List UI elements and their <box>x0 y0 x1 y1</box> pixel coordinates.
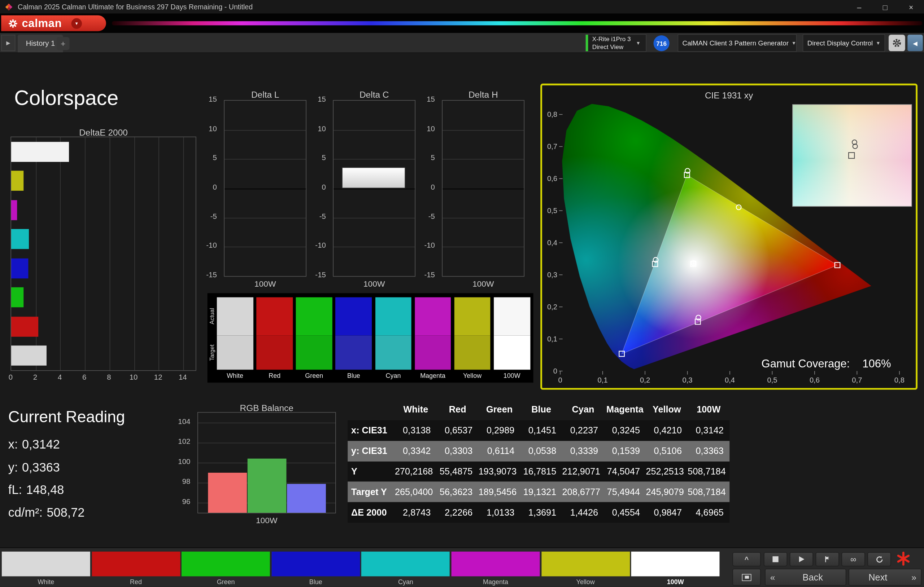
minimize-button[interactable]: – <box>846 0 872 14</box>
swatch-target <box>336 336 372 370</box>
patch-swatch <box>361 552 450 577</box>
patch-label: Blue <box>271 576 360 585</box>
bottom-bar: WhiteRedGreenBlueCyanMagentaYellow100W ^… <box>0 548 924 587</box>
patch-button-cyan[interactable]: Cyan <box>361 552 450 586</box>
deltae-xaxis: 02468101214 <box>10 373 196 383</box>
deltae-xtick-label: 12 <box>154 373 162 381</box>
rgb-yaxis: 1041021009896 <box>175 412 194 513</box>
deltae-bar-row <box>11 283 196 312</box>
caret-up-button[interactable]: ^ <box>733 552 761 566</box>
flag-icon <box>824 556 831 563</box>
table-row-label: y: CIE31 <box>348 446 395 456</box>
svg-text:0,8: 0,8 <box>547 110 557 118</box>
patch-button-red[interactable]: Red <box>92 552 180 586</box>
rainbow-stripe <box>112 21 922 25</box>
ytick-label: -5 <box>319 212 326 221</box>
close-button[interactable]: × <box>898 0 924 14</box>
table-cell: 212,9071 <box>562 466 604 477</box>
calman-flower-icon <box>8 18 18 28</box>
ytick-label: 98 <box>182 477 191 486</box>
delta-c-chart: Delta C 151050-5-10-15 100W <box>333 89 416 289</box>
collapse-toolbar-button[interactable]: ◀ <box>908 35 922 51</box>
ytick-label: -5 <box>429 212 435 221</box>
pattern-window-button[interactable] <box>733 569 761 585</box>
table-cell: 1,0133 <box>478 507 520 518</box>
patch-label: White <box>2 576 90 585</box>
patch-button-white[interactable]: White <box>2 552 90 586</box>
gridline <box>442 159 524 160</box>
table-column-header: White <box>395 404 437 415</box>
patch-button-yellow[interactable]: Yellow <box>541 552 630 586</box>
back-button[interactable]: « Back <box>765 569 846 585</box>
table-cell: 0,0538 <box>520 446 562 456</box>
next-button[interactable]: Next » <box>848 569 921 585</box>
meter-mode: Direct View <box>592 43 631 51</box>
table-cell: 245,9079 <box>646 487 688 497</box>
tab-bar: ▶ History 1 + X-Rite i1Pro 3 Direct View… <box>0 33 924 53</box>
table-cell: 75,4944 <box>604 487 646 497</box>
pattern-window-icon <box>742 574 751 581</box>
table-cell: 508,7184 <box>688 487 729 497</box>
calman-menu-button[interactable]: calman ▼ <box>1 15 106 31</box>
reading-y: y: 0,3363 <box>8 456 85 478</box>
stop-button[interactable] <box>764 552 787 566</box>
ytick-label: -15 <box>206 271 217 279</box>
add-tab-button[interactable]: + <box>57 37 70 50</box>
table-cell: 1,3691 <box>520 507 562 518</box>
reading-label: x: <box>8 437 18 451</box>
deltae-xtick-label: 8 <box>107 373 111 381</box>
swatch-target <box>494 336 530 370</box>
gridline <box>224 218 306 219</box>
swatch-actual <box>256 297 293 335</box>
table-cell: 0,4210 <box>646 425 688 436</box>
swatch-column-cyan: Cyan <box>375 297 411 383</box>
meter-dropdown[interactable]: X-Rite i1Pro 3 Direct View ▼ <box>585 34 647 52</box>
ytick-label: 96 <box>182 498 191 506</box>
history-nav-button[interactable]: ▶ <box>1 35 15 51</box>
swatch-label: Blue <box>336 370 372 381</box>
ytick-label: -10 <box>315 242 326 250</box>
patch-button-blue[interactable]: Blue <box>271 552 360 586</box>
ytick-label: -10 <box>206 242 217 250</box>
patch-swatch <box>452 552 540 577</box>
calman-wordmark: calman <box>21 17 62 30</box>
rgb-bar-blue <box>287 484 326 513</box>
patch-button-magenta[interactable]: Magenta <box>452 552 540 586</box>
table-cell: 55,4875 <box>437 466 478 477</box>
deltae-bar-100w <box>11 142 69 162</box>
gridline <box>333 188 415 189</box>
loop-button[interactable]: ∞ <box>842 552 865 566</box>
refresh-button[interactable] <box>867 552 891 566</box>
delta-h-chart: Delta H 151050-5-10-15 100W <box>442 89 525 289</box>
next-label: Next <box>849 572 907 582</box>
deltae-bar-row <box>11 137 196 166</box>
swatch-target <box>415 336 451 370</box>
deltae-bar-row <box>11 225 196 254</box>
table-cell: 0,3245 <box>604 425 646 436</box>
pattern-generator-dropdown[interactable]: CalMAN Client 3 Pattern Generator ▼ <box>678 34 797 52</box>
chevron-down-icon: ▼ <box>71 18 82 28</box>
table-cell: 0,1451 <box>520 425 562 436</box>
deltae-xtick-label: 14 <box>179 373 187 381</box>
delta-h-yaxis: 151050-5-10-15 <box>419 100 438 276</box>
meter-status-accent <box>586 35 588 51</box>
display-control-dropdown[interactable]: Direct Display Control ▼ <box>803 34 885 52</box>
delta-l-chart: Delta L 151050-5-10-15 100W <box>224 89 307 289</box>
patch-label: 100W <box>631 576 720 585</box>
maximize-button[interactable]: □ <box>872 0 898 14</box>
ytick-label: 15 <box>209 95 217 104</box>
swatch-column-white: White <box>217 297 253 383</box>
rgb-bar-red <box>208 473 247 513</box>
chart-title: Delta C <box>333 89 416 100</box>
patch-swatch <box>92 552 180 577</box>
gridline <box>224 188 306 189</box>
settings-button[interactable] <box>889 35 905 51</box>
play-button[interactable] <box>790 552 813 566</box>
flag-button[interactable] <box>816 552 839 566</box>
reading-fl: fL: 148,48 <box>8 478 85 501</box>
patch-button-100w[interactable]: 100W <box>631 552 720 586</box>
patch-button-green[interactable]: Green <box>182 552 270 586</box>
reading-value: 508,72 <box>47 505 85 520</box>
cie-svg: 00,10,20,30,40,50,60,70,800,10,20,30,40,… <box>542 86 916 388</box>
svg-text:0,4: 0,4 <box>725 376 735 384</box>
